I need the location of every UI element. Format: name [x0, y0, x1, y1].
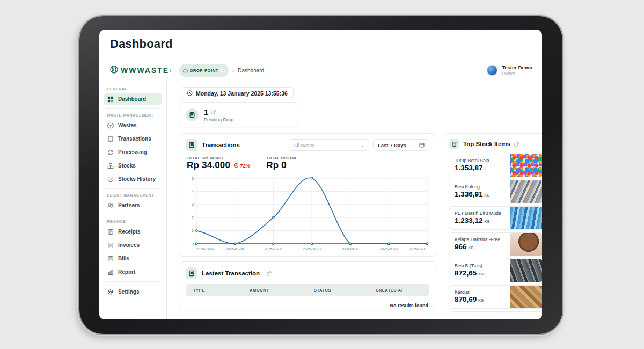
top-stock-items-panel: Top Stock Items Tutup Botol Saja 1.353,8… — [443, 133, 542, 319]
sidebar-divider — [105, 281, 161, 282]
chevron-down-icon — [221, 66, 225, 75]
breadcrumb-separator: › — [232, 68, 234, 74]
breadcrumb-page-label[interactable]: Dashboard — [238, 68, 264, 74]
pending-drop-count: 1 — [204, 107, 208, 117]
chart-bars-icon — [107, 268, 114, 275]
sidebar-item-settings[interactable]: Settings — [104, 286, 162, 297]
column-header-status: STATUS — [314, 288, 376, 293]
sidebar: GENERAL Dashboard WASTE MANAGEMENT Waste… — [99, 79, 167, 319]
top-stock-items-title: Top Stock Items — [463, 141, 510, 147]
svg-text:5: 5 — [192, 177, 194, 180]
avatar — [487, 65, 497, 76]
external-link-icon[interactable] — [211, 110, 216, 114]
sidebar-item-label: Dashboard — [118, 96, 146, 102]
stock-item-unit: L — [485, 167, 487, 171]
sidebar-item-stocks-history[interactable]: Stocks History — [104, 173, 162, 185]
external-link-icon[interactable] — [267, 271, 272, 276]
waste-filter-value: All Waste — [294, 142, 315, 148]
sidebar-item-report[interactable]: Report — [104, 266, 162, 278]
svg-text:2025-01-12: 2025-01-12 — [380, 247, 398, 251]
trash-bin-icon — [449, 139, 459, 149]
sidebar-collapse-button[interactable]: ‹ — [169, 67, 172, 74]
column-header-created-at: CREATED AT — [376, 288, 422, 293]
svg-text:2025-01-08: 2025-01-08 — [226, 247, 244, 251]
header-bar: WWWASTE ‹ DROP-POINT › Dashboard — [99, 62, 542, 79]
total-income-block: TOTAL INCOME Rp 0 — [266, 156, 298, 171]
tablet-icon — [186, 108, 199, 121]
sidebar-item-stocks[interactable]: Stocks — [104, 160, 162, 171]
stock-item-tutup-botol-saja[interactable]: Tutup Botol Saja 1.353,87L — [449, 154, 542, 177]
stock-item-photo — [510, 154, 542, 177]
breadcrumb-org-label: DROP-POINT — [190, 68, 218, 73]
transactions-title: Transactions — [202, 142, 240, 148]
stock-item-kelapa-daksina[interactable]: Kelapa Daksina -Free 966KG — [449, 232, 542, 256]
svg-text:2025-01-10: 2025-01-10 — [303, 247, 321, 251]
sidebar-item-bills[interactable]: Bills — [104, 253, 162, 264]
svg-text:2025-01-07: 2025-01-07 — [196, 247, 215, 251]
sidebar-divider — [105, 215, 161, 215]
main-content: Monday, 13 January 2025 13:55:36 1 Pendi… — [167, 79, 542, 319]
stock-item-photo — [510, 180, 542, 203]
total-income-label: TOTAL INCOME — [266, 156, 298, 160]
sidebar-item-receipts[interactable]: Receipts — [104, 226, 162, 237]
leaf-logo-icon — [110, 66, 118, 76]
sidebar-item-label: Report — [118, 269, 135, 275]
stock-item-unit: KG — [485, 220, 490, 223]
stock-item-besi-b-tipis[interactable]: Besi B (Tipis) 872,65KG — [449, 259, 542, 282]
sync-arrows-icon — [107, 149, 114, 156]
total-spending-label: TOTAL SPENDING — [187, 156, 250, 160]
user-menu[interactable]: Tester Demo Owner — [482, 64, 542, 77]
trend-down-icon — [233, 163, 239, 168]
svg-text:4: 4 — [192, 190, 194, 193]
calendar-icon — [419, 142, 425, 148]
sidebar-item-invoices[interactable]: Invoices — [104, 239, 162, 251]
cube-icon — [107, 122, 114, 129]
user-name: Tester Demo — [502, 64, 532, 71]
brand-name: WWWASTE — [121, 66, 169, 75]
stock-item-kardus[interactable]: Kardus 870,69KG — [449, 285, 542, 309]
total-income-value: Rp 0 — [266, 160, 287, 171]
pending-drop-label: Pending Drop — [204, 117, 233, 122]
sidebar-section-finance: FINANCE — [107, 220, 162, 223]
sidebar-item-label: Processing — [118, 149, 147, 155]
stock-item-pet-bersih-biru-muda[interactable]: PET Bersih Biru Muda 1.233,12KG — [449, 206, 542, 230]
sidebar-item-dashboard[interactable]: Dashboard — [104, 93, 162, 105]
stock-item-photo — [510, 207, 542, 229]
boxes-icon — [107, 162, 114, 169]
waste-filter-select[interactable]: All Waste ⌄ — [289, 139, 369, 151]
invoice-icon — [107, 242, 114, 249]
breadcrumb: DROP-POINT › Dashboard — [175, 64, 265, 77]
svg-text:0: 0 — [192, 242, 194, 246]
transactions-card: Transactions All Waste ⌄ Last 7 Days — [179, 133, 436, 257]
clock-icon — [107, 176, 114, 183]
table-header-row: TYPE AMOUNT STATUS CREATED AT — [186, 284, 429, 296]
brand-logo[interactable]: WWWASTE — [99, 66, 167, 76]
sidebar-item-label: Settings — [118, 289, 139, 295]
tablet-frame: Dashboard WWWASTE ‹ DROP-POINT — [79, 16, 562, 334]
sidebar-item-partners[interactable]: Partners — [104, 200, 162, 211]
total-spending-block: TOTAL SPENDING Rp 34.000 72% — [187, 156, 250, 171]
home-icon — [183, 66, 188, 75]
stock-item-unit: KG — [478, 299, 484, 302]
bill-icon — [107, 255, 114, 262]
sidebar-item-transactions[interactable]: Transactions — [104, 133, 162, 144]
svg-text:3: 3 — [192, 202, 194, 206]
chevron-down-icon: ⌄ — [360, 142, 364, 148]
sidebar-item-wastes[interactable]: Wastes — [104, 120, 162, 131]
pending-drop-card[interactable]: 1 Pending Drop — [179, 102, 299, 127]
stock-item-besi-kaleng[interactable]: Besi Kaleng 1.336,91KG — [449, 180, 542, 203]
users-icon — [107, 202, 114, 209]
external-link-icon[interactable] — [514, 142, 519, 147]
stock-item-photo — [510, 286, 542, 308]
spending-trend-badge: 72% — [233, 163, 250, 169]
sidebar-item-processing[interactable]: Processing — [104, 147, 162, 158]
sidebar-divider — [105, 108, 161, 109]
header-divider — [482, 65, 482, 76]
tablet-icon — [107, 135, 114, 142]
empty-state-text: No results found — [186, 303, 429, 308]
tablet-icon — [186, 267, 197, 279]
sidebar-section-general: GENERAL — [107, 87, 162, 91]
breadcrumb-org-selector[interactable]: DROP-POINT — [179, 64, 229, 77]
sidebar-item-label: Stocks History — [118, 176, 156, 182]
date-range-button[interactable]: Last 7 Days — [373, 139, 429, 151]
